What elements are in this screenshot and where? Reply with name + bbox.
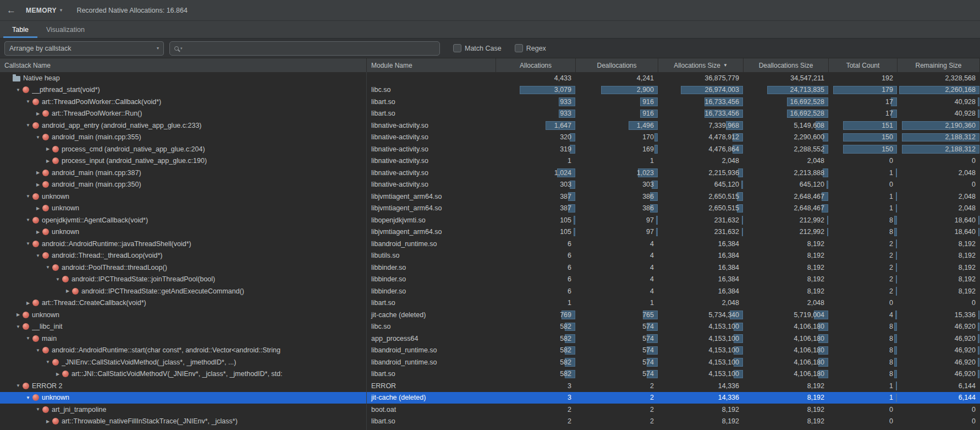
- total-count-value: 2: [829, 262, 898, 274]
- expand-arrow-icon[interactable]: ▶: [14, 312, 22, 317]
- expand-arrow-icon[interactable]: ▶: [44, 159, 52, 164]
- column-header-total_count[interactable]: Total Count: [829, 58, 898, 72]
- search-field[interactable]: ▾: [169, 41, 440, 56]
- regex-checkbox[interactable]: Regex: [515, 44, 546, 52]
- column-header-label: Total Count: [846, 62, 880, 69]
- expand-arrow-icon[interactable]: ▶: [34, 111, 42, 116]
- expand-arrow-icon[interactable]: ▶: [34, 182, 42, 187]
- collapse-arrow-icon[interactable]: ▼: [24, 217, 32, 222]
- expand-arrow-icon[interactable]: ▶: [34, 170, 42, 175]
- expand-arrow-icon[interactable]: ▶: [64, 289, 71, 293]
- expand-arrow-icon[interactable]: ▶: [44, 419, 52, 424]
- memory-profiler-window: ← MEMORY ▾ Recorded Native Allocations: …: [0, 0, 980, 430]
- allocations-value: 582: [496, 356, 576, 368]
- total-count-value: 1: [829, 392, 898, 404]
- collapse-arrow-icon[interactable]: ▼: [14, 88, 22, 92]
- expand-arrow-icon[interactable]: ▶: [24, 301, 32, 306]
- table-row[interactable]: ▼_JNIEnv::CallStaticVoidMethod(_jclass*,…: [0, 356, 980, 368]
- table-row[interactable]: ▼art::ThreadPoolWorker::Callback(void*)l…: [0, 96, 980, 108]
- table-row[interactable]: Native heap4,4334,24136,875,77934,547,21…: [0, 72, 980, 84]
- column-header-deallocations[interactable]: Deallocations: [576, 58, 658, 72]
- table-row[interactable]: ▼ERROR 2ERROR3214,3368,19216,144: [0, 380, 980, 392]
- collapse-arrow-icon[interactable]: ▼: [24, 99, 32, 104]
- collapse-arrow-icon[interactable]: ▼: [44, 360, 52, 364]
- table-row[interactable]: ▶art::Thread::CreateCallback(void*)libar…: [0, 297, 980, 309]
- table-row[interactable]: ▼__pthread_start(void*)libc.so3,0792,900…: [0, 84, 980, 96]
- profiler-selector[interactable]: MEMORY ▾: [26, 7, 62, 14]
- collapse-arrow-icon[interactable]: ▼: [34, 135, 42, 140]
- checkbox-box[interactable]: [515, 44, 523, 52]
- table-row[interactable]: ▼android_main (main.cpp:355)libnative-ac…: [0, 132, 980, 144]
- match-case-checkbox[interactable]: Match Case: [453, 44, 502, 52]
- column-header-remaining_size[interactable]: Remaining Size: [898, 58, 980, 72]
- collapse-arrow-icon[interactable]: ▼: [24, 395, 32, 400]
- cell-value: 319: [560, 145, 571, 153]
- table-row[interactable]: ▼android_app_entry (android_native_app_g…: [0, 119, 980, 132]
- deallocations-value: 4: [576, 250, 658, 262]
- column-header-module[interactable]: Module Name: [367, 58, 496, 72]
- collapse-arrow-icon[interactable]: ▼: [44, 265, 52, 270]
- collapse-arrow-icon[interactable]: ▼: [34, 407, 42, 412]
- column-header-name[interactable]: Callstack Name: [0, 58, 367, 72]
- tab-visualization[interactable]: Visualization: [37, 21, 93, 38]
- table-row[interactable]: ▶art::JNI::CallStaticVoidMethodV(_JNIEnv…: [0, 368, 980, 380]
- cell-value: 2,213,888: [794, 169, 824, 177]
- expand-arrow-icon[interactable]: ▶: [44, 146, 52, 151]
- deallocations-value: 4: [576, 285, 658, 297]
- column-header-deallocations_size[interactable]: Deallocations Size: [744, 58, 829, 72]
- cell-value: 8: [889, 323, 893, 330]
- column-header-label: Callstack Name: [4, 62, 51, 69]
- allocation-method-icon: [42, 170, 49, 176]
- table-row[interactable]: ▼android::IPCThreadState::joinThreadPool…: [0, 274, 980, 286]
- table-row[interactable]: ▼unknownjit-cache (deleted)3214,3368,192…: [0, 392, 980, 404]
- table-row[interactable]: ▶art::Throwable_nativeFillInStackTrace(_…: [0, 416, 980, 428]
- expand-arrow-icon[interactable]: ▶: [34, 206, 42, 211]
- expand-arrow-icon[interactable]: ▶: [54, 372, 62, 377]
- collapse-arrow-icon[interactable]: ▼: [14, 324, 22, 329]
- cell-value: 97: [646, 216, 654, 224]
- collapse-arrow-icon[interactable]: ▼: [54, 277, 62, 282]
- table-row[interactable]: ▼openjdkjvmti::AgentCallback(void*)libop…: [0, 214, 980, 226]
- collapse-arrow-icon[interactable]: ▼: [24, 194, 32, 199]
- table-row[interactable]: ▶android::IPCThreadState::getAndExecuteC…: [0, 285, 980, 297]
- expand-arrow-icon[interactable]: ▶: [34, 230, 42, 235]
- cell-value: 26,974,003: [704, 86, 739, 94]
- table-row[interactable]: ▶unknownlibjvmtiagent_arm64.so3873862,65…: [0, 203, 980, 215]
- table-row[interactable]: ▶unknownjit-cache (deleted)7697655,734,3…: [0, 309, 980, 321]
- collapse-arrow-icon[interactable]: ▼: [24, 123, 32, 128]
- column-header-allocations[interactable]: Allocations: [496, 58, 576, 72]
- table-row[interactable]: ▶process_cmd (android_native_app_glue.c:…: [0, 143, 980, 155]
- table-row[interactable]: ▶android_main (main.cpp:387)libnative-ac…: [0, 167, 980, 179]
- checkbox-box[interactable]: [453, 44, 461, 52]
- table-row[interactable]: ▼android::AndroidRuntime::start(char con…: [0, 345, 980, 357]
- table-row[interactable]: ▼unknownlibjvmtiagent_arm64.so3873862,65…: [0, 190, 980, 203]
- allocations-value: 2: [496, 404, 576, 416]
- cell-value: 2,188,312: [945, 145, 976, 153]
- table-row[interactable]: ▼__libc_initlibc.so5825744,153,1004,106,…: [0, 321, 980, 333]
- table-row[interactable]: ▶android_main (main.cpp:350)libnative-ac…: [0, 179, 980, 191]
- collapse-arrow-icon[interactable]: ▼: [24, 336, 32, 341]
- cell-value: 4,106,180: [794, 346, 824, 354]
- arrange-dropdown[interactable]: Arrange by callstack ▾: [4, 41, 164, 56]
- cell-value: 6: [568, 275, 571, 283]
- search-input[interactable]: [186, 45, 436, 52]
- table-row[interactable]: ▼android::Thread::_threadLoop(void*)libu…: [0, 250, 980, 262]
- collapse-arrow-icon[interactable]: ▼: [34, 253, 42, 258]
- table-row[interactable]: ▼art_jni_trampolineboot.oat228,1928,1920…: [0, 404, 980, 416]
- allocations-size-value: 2,048: [658, 155, 744, 167]
- collapse-arrow-icon[interactable]: ▼: [34, 348, 42, 353]
- table-row[interactable]: ▼android::PoolThread::threadLoop()libbin…: [0, 262, 980, 274]
- cell-value: 8,192: [807, 252, 824, 259]
- collapse-arrow-icon[interactable]: ▼: [24, 241, 32, 246]
- table-row[interactable]: ▼android::AndroidRuntime::javaThreadShel…: [0, 238, 980, 250]
- cell-value: 387: [560, 193, 571, 200]
- table-row[interactable]: ▶art::ThreadPoolWorker::Run()libart.so93…: [0, 108, 980, 120]
- back-button[interactable]: ←: [7, 5, 16, 16]
- table-row[interactable]: ▶unknownlibjvmtiagent_arm64.so10597231,6…: [0, 226, 980, 238]
- column-header-allocations_size[interactable]: Allocations Size▼: [658, 58, 744, 72]
- table-row[interactable]: ▶: [0, 427, 980, 430]
- table-row[interactable]: ▶process_input (android_native_app_glue.…: [0, 155, 980, 167]
- table-row[interactable]: ▼mainapp_process645825744,153,1004,106,1…: [0, 333, 980, 345]
- tab-table[interactable]: Table: [3, 21, 37, 38]
- collapse-arrow-icon[interactable]: ▼: [14, 383, 22, 388]
